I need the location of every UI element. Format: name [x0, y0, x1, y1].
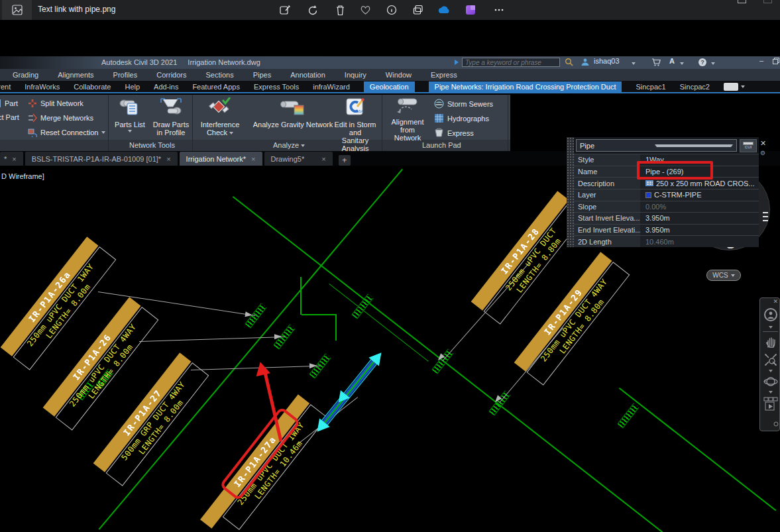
file-tab-drawing5[interactable]: Drawing5*×: [264, 152, 333, 166]
tab-featured-apps[interactable]: Featured Apps: [192, 83, 240, 91]
showmotion-icon[interactable]: [760, 396, 780, 412]
edit-in-ssa-button[interactable]: SSA Edit in Storm and Sanitary Analysis: [331, 97, 379, 152]
wheel-menu-caret-icon[interactable]: [769, 326, 773, 329]
reset-connection-button[interactable]: Reset Connection: [28, 128, 105, 137]
pan-hand-icon[interactable]: [760, 335, 780, 348]
tab-express[interactable]: Express: [431, 71, 457, 79]
tab-sections[interactable]: Sections: [205, 71, 233, 79]
tab-express-tools[interactable]: Express Tools: [254, 83, 299, 91]
tab-corridors[interactable]: Corridors: [156, 71, 186, 79]
palette-move-grip[interactable]: [567, 137, 574, 247]
property-value[interactable]: C-STRM-PIPE: [640, 189, 759, 201]
navbar-customize-icon[interactable]: [760, 421, 780, 427]
favorite-icon[interactable]: [359, 3, 372, 17]
file-tab-partial[interactable]: *×: [0, 152, 23, 166]
tab-overflow-dropdown[interactable]: [724, 83, 745, 91]
hydrographs-button[interactable]: Hydrographs: [434, 113, 489, 123]
app-gradient-icon[interactable]: [464, 3, 477, 17]
tab-pipe-networks-context[interactable]: Pipe Networks: Irrigation Road Crossing …: [429, 81, 622, 92]
view-controls[interactable]: D Wireframe]: [1, 172, 44, 180]
close-tab-icon[interactable]: ×: [12, 155, 16, 163]
split-network-button[interactable]: Split Network: [28, 99, 84, 108]
tab-pipes[interactable]: Pipes: [253, 71, 272, 79]
signed-in-user[interactable]: ishaq03: [594, 57, 620, 65]
zoom-extents-icon[interactable]: [760, 352, 780, 367]
search-icon[interactable]: [565, 58, 573, 68]
tab-sincpac1[interactable]: Sincpac1: [636, 83, 665, 91]
tab-infrawizard[interactable]: infraWizard: [313, 83, 350, 91]
palette-close-icon[interactable]: ✕: [760, 139, 766, 148]
tab-inquiry[interactable]: Inquiry: [345, 71, 366, 79]
onedrive-icon[interactable]: [437, 3, 451, 17]
orbit-menu-caret-icon[interactable]: [769, 391, 773, 394]
tab-grading[interactable]: Grading: [13, 71, 38, 79]
search-expand-icon[interactable]: [455, 60, 459, 65]
cui-button[interactable]: CUI: [740, 139, 757, 152]
orbit-icon[interactable]: [760, 375, 780, 388]
palette-grip-icon[interactable]: [763, 220, 768, 221]
file-tab-irrigation-network[interactable]: Irrigation Network*×: [180, 152, 262, 166]
edit-draw-icon[interactable]: [278, 3, 292, 17]
wcs-selector[interactable]: WCS: [706, 270, 741, 281]
navigation-bar[interactable]: ✕: [759, 297, 780, 431]
navbar-close-icon[interactable]: ✕: [773, 298, 778, 305]
tab-geolocation[interactable]: Geolocation: [364, 81, 415, 92]
more-icon[interactable]: [492, 3, 506, 17]
alignment-from-network-button[interactable]: Alignment from Network: [387, 97, 428, 142]
window-control-icon[interactable]: [738, 0, 746, 3]
panel-label-launch-pad[interactable]: Launch Pad: [422, 141, 461, 149]
object-type-select[interactable]: Pipe: [576, 139, 737, 152]
tab-infraworks[interactable]: InfraWorks: [25, 83, 60, 91]
tab-alignments[interactable]: Alignments: [58, 71, 93, 79]
selected-pipe-269[interactable]: [317, 356, 381, 429]
draw-parts-in-profile-button[interactable]: Draw Parts in Profile: [151, 97, 191, 136]
minimize-button[interactable]: –: [759, 56, 763, 64]
help-caret-icon[interactable]: [711, 62, 715, 65]
disconnect-part-button[interactable]: ct Part: [0, 113, 19, 121]
info-icon[interactable]: [385, 3, 398, 17]
panel-label-network-tools[interactable]: Network Tools: [129, 141, 175, 149]
property-value[interactable]: 3.950m: [640, 225, 759, 236]
user-menu-caret-icon[interactable]: [632, 62, 636, 65]
tab-sincpac2[interactable]: Sincpac2: [680, 83, 710, 91]
window-control-icon[interactable]: [763, 0, 772, 3]
close-tab-icon[interactable]: ×: [251, 155, 255, 163]
zoom-menu-caret-icon[interactable]: [769, 370, 773, 372]
tab-window[interactable]: Window: [386, 71, 412, 79]
app-store-cart-icon[interactable]: [651, 58, 661, 68]
tab-profiles[interactable]: Profiles: [113, 71, 138, 79]
restore-button[interactable]: [773, 58, 779, 66]
rotate-icon[interactable]: [306, 3, 319, 17]
tab-add-ins[interactable]: Add-ins: [154, 83, 178, 91]
copy-icon[interactable]: [412, 3, 425, 17]
palette-grip-icon[interactable]: [763, 212, 768, 213]
storm-sewers-button[interactable]: Storm Sewers: [434, 99, 493, 109]
a360-caret-icon[interactable]: [680, 62, 684, 65]
close-tab-icon[interactable]: ×: [321, 155, 325, 163]
delete-icon[interactable]: [333, 3, 347, 17]
file-tab-bsls[interactable]: BSLS-TRISTAR-P1A-IR-AB-01009 [01]*×: [25, 152, 178, 166]
merge-networks-button[interactable]: Merge Networks: [28, 113, 93, 123]
express-button[interactable]: Express: [434, 128, 474, 138]
parts-list-button[interactable]: Parts List: [111, 97, 148, 133]
help-icon[interactable]: ?: [698, 58, 707, 68]
property-value[interactable]: 3.950m: [640, 213, 759, 224]
new-drawing-tab-button[interactable]: +: [339, 155, 351, 166]
tab-collaborate[interactable]: Collaborate: [74, 83, 111, 91]
close-tab-icon[interactable]: ×: [166, 155, 170, 163]
autodesk-a360-icon[interactable]: A: [669, 57, 675, 65]
panel-label-analyze[interactable]: Analyze: [273, 141, 305, 149]
keyword-search-input[interactable]: [462, 58, 560, 67]
tab-help[interactable]: Help: [125, 83, 140, 91]
pipe-label-IR-P1A-27a[interactable]: IR-P1A-27a 250mm uPVC DUCT 1WAY LENGTH= …: [200, 394, 327, 532]
swap-part-button[interactable]: Part: [0, 99, 18, 108]
tab-parent[interactable]: parent: [0, 83, 11, 91]
palette-grip-icon[interactable]: [763, 216, 768, 217]
tab-annotation[interactable]: Annotation: [290, 71, 325, 79]
interference-check-button[interactable]: Interference Check: [196, 97, 244, 136]
analyze-gravity-network-button[interactable]: Analyze Gravity Network: [251, 99, 335, 129]
road-crossing-duct[interactable]: [617, 403, 639, 428]
navigation-wheel-icon[interactable]: [760, 307, 780, 322]
palette-settings-icon[interactable]: ⚙: [760, 150, 765, 156]
road-crossing-duct[interactable]: [431, 348, 453, 374]
